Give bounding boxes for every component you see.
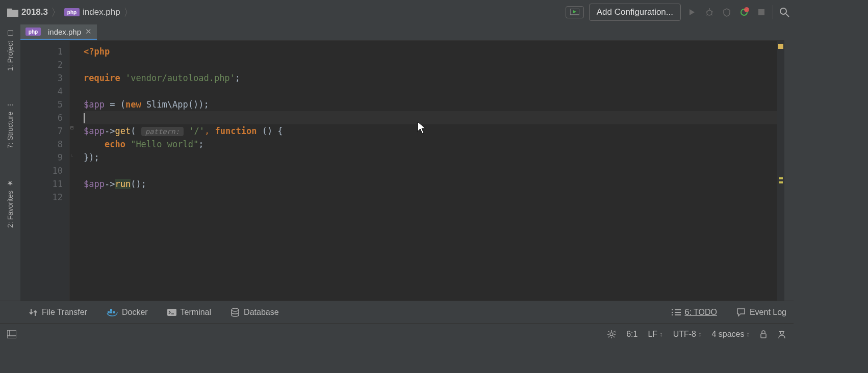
hector-icon-button[interactable]: ? (607, 330, 616, 339)
parameter-hint: pattern: (141, 127, 184, 136)
line-number: 12 (20, 191, 63, 204)
left-tool-sidebar: 1: Project ▢ 7: Structure ⋮ 2: Favorites… (0, 24, 20, 301)
line-number: 10 (20, 164, 63, 177)
todo-label: 6: TODO (685, 308, 717, 317)
project-tool-label: 1: Project (6, 41, 14, 71)
star-icon: ★ (6, 179, 14, 188)
svg-line-6 (711, 12, 713, 12)
line-number: 7 (20, 124, 63, 138)
fold-start-icon[interactable]: ⊟ (70, 124, 74, 131)
toolbar-divider (773, 5, 773, 19)
todo-tool-button[interactable]: 6: TODO (672, 308, 717, 317)
toolbar: Add Configuration... (566, 4, 790, 21)
warning-marker-icon[interactable] (779, 177, 783, 179)
code-text: $app (84, 99, 105, 110)
line-separator-selector[interactable]: LF (648, 330, 662, 339)
status-bar: ? 6:1 LF UTF-8 4 spaces (0, 323, 794, 344)
code-text: run (115, 179, 131, 189)
debug-button[interactable] (703, 6, 716, 18)
line-number: 5 (20, 98, 63, 111)
svg-rect-17 (110, 309, 112, 311)
code-editor[interactable]: 1 2 3 4 5 6 7 8 9 10 11 12 ⊟ ⌞ <?php req… (20, 41, 784, 301)
coverage-button[interactable] (721, 6, 733, 18)
lock-icon (760, 330, 767, 338)
encoding-selector[interactable]: UTF-8 (673, 330, 702, 339)
svg-point-20 (232, 308, 239, 311)
close-icon[interactable]: ✕ (85, 27, 92, 36)
terminal-icon (167, 309, 176, 316)
listen-debug-button[interactable] (738, 6, 750, 18)
terminal-tool-button[interactable]: Terminal (167, 308, 211, 317)
gear-icon: ? (607, 330, 616, 339)
breadcrumb-filename: index.php (83, 7, 120, 17)
mouse-cursor (417, 121, 427, 135)
breadcrumb-project[interactable]: 2018.3 (3, 5, 52, 19)
structure-tool-button[interactable]: 7: Structure ⋮ (6, 96, 14, 153)
line-number-gutter[interactable]: 1 2 3 4 5 6 7 8 9 10 11 12 (20, 41, 69, 301)
line-number: 9 (20, 151, 63, 164)
search-everywhere-button[interactable] (778, 6, 790, 18)
terminal-label: Terminal (181, 308, 211, 317)
code-text: 'vendor/autoload.php' (125, 73, 235, 83)
code-text: <?php (84, 46, 110, 57)
code-text: ; (198, 139, 203, 149)
project-tool-button[interactable]: 1: Project ▢ (6, 24, 14, 76)
inspection-status-icon[interactable] (778, 44, 783, 49)
svg-line-14 (786, 14, 789, 17)
code-text: function (210, 126, 257, 136)
code-text: require (84, 73, 120, 83)
docker-tool-button[interactable]: Docker (107, 308, 148, 317)
code-text: -> (105, 126, 115, 136)
code-text: get (115, 126, 131, 136)
error-stripe[interactable] (777, 41, 784, 301)
run-target-selector[interactable] (566, 6, 584, 18)
chevron-right-icon: 〉 (123, 6, 134, 19)
stop-button[interactable] (755, 6, 768, 18)
run-button[interactable] (686, 6, 698, 18)
tab-index-php[interactable]: php index.php ✕ (20, 24, 97, 40)
transfer-icon (29, 308, 38, 317)
event-log-label: Event Log (750, 308, 786, 317)
code-text: Slim\App()); (141, 99, 209, 110)
breadcrumb-file[interactable]: php index.php (60, 5, 124, 19)
code-text: () { (257, 126, 283, 136)
event-log-tool-button[interactable]: Event Log (736, 308, 786, 317)
chevron-right-icon: 〉 (51, 6, 61, 19)
warning-marker-icon[interactable] (779, 181, 783, 183)
add-configuration-button[interactable]: Add Configuration... (589, 4, 681, 21)
code-text: "Hello world" (125, 139, 198, 149)
folder-icon (7, 8, 18, 17)
tool-window-quick-access-button[interactable] (7, 330, 16, 338)
add-configuration-label: Add Configuration... (597, 7, 673, 17)
cursor-position[interactable]: 6:1 (626, 330, 637, 339)
svg-line-8 (711, 14, 712, 15)
svg-point-13 (780, 8, 786, 14)
breadcrumb: 2018.3 〉 php index.php 〉 (3, 5, 566, 19)
file-transfer-tool-button[interactable]: File Transfer (29, 308, 87, 317)
inspection-profile-button[interactable] (777, 330, 786, 339)
svg-marker-2 (690, 9, 695, 15)
svg-rect-15 (108, 311, 110, 313)
fold-end-icon[interactable]: ⌞ (70, 151, 74, 157)
code-content[interactable]: <?php require 'vendor/autoload.php'; $ap… (78, 41, 784, 301)
windows-icon (7, 330, 16, 338)
line-number: 6 (20, 111, 63, 124)
favorites-tool-button[interactable]: 2: Favorites ★ (6, 174, 14, 233)
line-number: 2 (20, 58, 63, 71)
svg-rect-12 (758, 9, 764, 15)
monitor-icon (570, 9, 579, 16)
svg-line-5 (706, 12, 707, 12)
code-text: , (205, 126, 210, 136)
hector-icon (777, 330, 786, 339)
php-file-icon: php (64, 8, 80, 16)
indent-selector[interactable]: 4 spaces (711, 330, 750, 339)
database-tool-button[interactable]: Database (231, 308, 279, 317)
readonly-toggle-button[interactable] (760, 330, 767, 338)
code-text: echo (105, 139, 125, 149)
docker-label: Docker (122, 308, 148, 317)
svg-point-30 (610, 333, 613, 336)
svg-rect-19 (167, 309, 176, 316)
docker-icon (107, 308, 118, 316)
line-number: 4 (20, 85, 63, 98)
line-number: 1 (20, 45, 63, 58)
